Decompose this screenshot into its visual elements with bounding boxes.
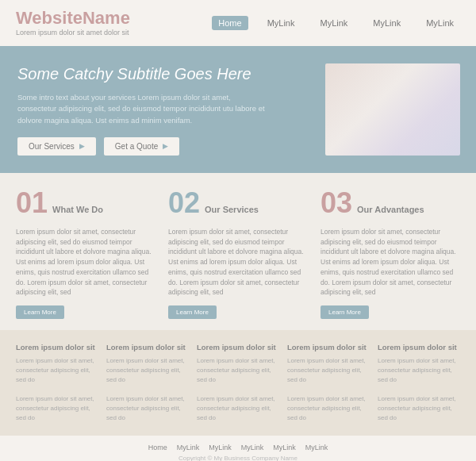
info-section: Lorem ipsum dolor sitLorem ipsum dolor s… xyxy=(0,330,476,436)
logo-tagline: Lorem ipsum dolor sit amet dolor sit xyxy=(16,29,130,36)
info-heading: Lorem ipsum dolor sit xyxy=(378,343,460,352)
info-text: Lorem ipsum dolor sit amet, consectetur … xyxy=(16,356,98,423)
info-text: Lorem ipsum dolor sit amet, consectetur … xyxy=(197,356,279,423)
nav-item-home[interactable]: Home xyxy=(212,16,248,30)
arrow-icon: ▶ xyxy=(79,142,85,150)
footer-link[interactable]: MyLink xyxy=(241,444,264,451)
feature-text: Lorem ipsum dolor sit amet, consectetur … xyxy=(321,227,460,298)
info-text: Lorem ipsum dolor sit amet, consectetur … xyxy=(106,356,189,423)
info-col-4: Lorem ipsum dolor sitLorem ipsum dolor s… xyxy=(287,343,370,423)
info-col-3: Lorem ipsum dolor sitLorem ipsum dolor s… xyxy=(197,343,279,423)
feature-col-3: 03Our AdvantagesLorem ipsum dolor sit am… xyxy=(321,189,460,319)
feature-number: 01 xyxy=(16,189,48,217)
feature-header-row: 03Our Advantages xyxy=(321,189,460,221)
logo-area: WebsiteName Lorem ipsum dolor sit amet d… xyxy=(16,10,130,36)
info-heading: Lorem ipsum dolor sit xyxy=(106,343,189,352)
learn-more-button[interactable]: Learn More xyxy=(321,305,369,319)
footer-link[interactable]: MyLink xyxy=(305,444,328,451)
feature-heading: Our Advantages xyxy=(357,205,424,214)
info-heading: Lorem ipsum dolor sit xyxy=(287,343,370,352)
features-grid: 01What We DoLorem ipsum dolor sit amet, … xyxy=(16,189,460,319)
feature-heading: What We Do xyxy=(52,205,103,214)
footer-copyright: Copyright © My Business Company Name xyxy=(16,455,460,461)
learn-more-button[interactable]: Learn More xyxy=(16,305,64,319)
footer-link[interactable]: MyLink xyxy=(209,444,232,451)
feature-text: Lorem ipsum dolor sit amet, consectetur … xyxy=(16,227,155,298)
footer-link[interactable]: Home xyxy=(148,444,167,451)
arrow-icon: ▶ xyxy=(163,142,168,150)
nav-item-mylink[interactable]: MyLink xyxy=(313,16,354,30)
feature-header-row: 01What We Do xyxy=(16,189,155,221)
hero-image xyxy=(325,63,460,156)
logo: WebsiteName xyxy=(16,10,130,27)
info-col-2: Lorem ipsum dolor sitLorem ipsum dolor s… xyxy=(106,343,189,423)
feature-col-2: 02Our ServicesLorem ipsum dolor sit amet… xyxy=(168,189,308,319)
info-text: Lorem ipsum dolor sit amet, consectetur … xyxy=(378,356,460,423)
feature-text: Lorem ipsum dolor sit amet, consectetur … xyxy=(168,227,308,298)
hero-title: Some Catchy Subtitle Goes Here xyxy=(17,63,313,84)
header: WebsiteName Lorem ipsum dolor sit amet d… xyxy=(0,0,476,46)
feature-number: 03 xyxy=(321,189,352,217)
info-grid: Lorem ipsum dolor sitLorem ipsum dolor s… xyxy=(16,343,460,423)
learn-more-button[interactable]: Learn More xyxy=(168,305,217,319)
our-services-button[interactable]: Our Services ▶ xyxy=(17,137,96,156)
feature-heading: Our Services xyxy=(205,205,259,214)
footer: HomeMyLinkMyLinkMyLinkMyLinkMyLink Copyr… xyxy=(0,436,476,461)
info-text: Lorem ipsum dolor sit amet, consectetur … xyxy=(287,356,370,423)
nav-item-mylink[interactable]: MyLink xyxy=(367,16,407,30)
info-heading: Lorem ipsum dolor sit xyxy=(197,343,279,352)
feature-number: 02 xyxy=(168,189,200,217)
info-heading: Lorem ipsum dolor sit xyxy=(16,343,98,352)
hero-text: Some intro text about your services Lore… xyxy=(17,92,271,126)
footer-link[interactable]: MyLink xyxy=(273,444,296,451)
info-col-1: Lorem ipsum dolor sitLorem ipsum dolor s… xyxy=(16,343,98,423)
get-a-quote-button[interactable]: Get a Quote ▶ xyxy=(104,137,179,156)
feature-col-1: 01What We DoLorem ipsum dolor sit amet, … xyxy=(16,189,155,319)
hero-content: Some Catchy Subtitle Goes Here Some intr… xyxy=(17,63,313,156)
hero-section: Some Catchy Subtitle Goes Here Some intr… xyxy=(0,46,476,173)
info-col-5: Lorem ipsum dolor sitLorem ipsum dolor s… xyxy=(378,343,460,423)
logo-main: Website xyxy=(16,8,83,28)
footer-link[interactable]: MyLink xyxy=(177,444,200,451)
hero-buttons: Our Services ▶ Get a Quote ▶ xyxy=(17,137,313,156)
nav-item-mylink[interactable]: MyLink xyxy=(261,16,301,30)
nav-item-mylink[interactable]: MyLink xyxy=(420,16,460,30)
main-nav: HomeMyLinkMyLinkMyLinkMyLink xyxy=(212,16,460,30)
footer-nav: HomeMyLinkMyLinkMyLinkMyLinkMyLink xyxy=(16,444,460,451)
feature-header-row: 02Our Services xyxy=(168,189,308,221)
logo-accent: Name xyxy=(83,8,130,28)
features-section: 01What We DoLorem ipsum dolor sit amet, … xyxy=(0,173,476,330)
